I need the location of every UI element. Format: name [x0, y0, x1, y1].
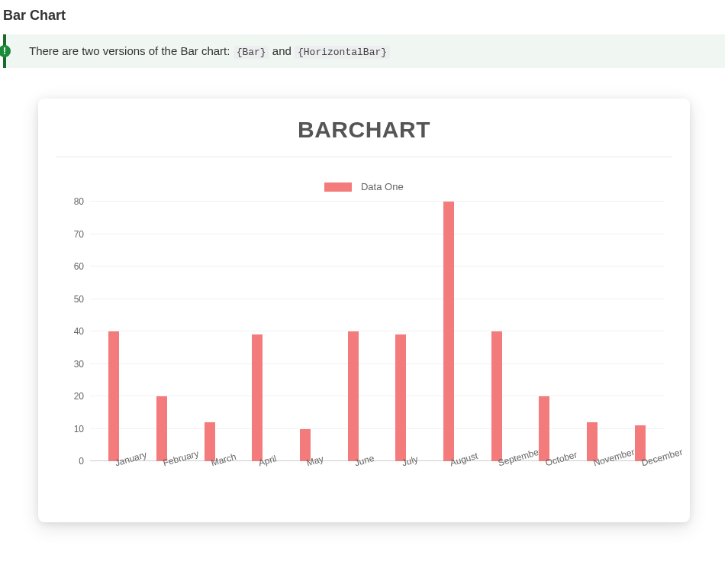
bar-column[interactable]: April [234, 334, 282, 461]
bar-column[interactable]: September [472, 331, 520, 461]
bar-column[interactable]: December [616, 425, 664, 461]
y-tick-label: 50 [56, 294, 84, 305]
bar[interactable] [205, 422, 215, 461]
chart-legend[interactable]: Data One [56, 157, 672, 199]
tip-joiner: and [272, 44, 292, 57]
y-tick-label: 40 [56, 326, 84, 337]
code-pill-hbar: {HorizontalBar} [295, 46, 390, 59]
bar[interactable] [539, 396, 549, 461]
bar[interactable] [156, 396, 167, 461]
y-tick-label: 70 [56, 229, 84, 240]
bar[interactable] [108, 331, 119, 461]
bar[interactable] [587, 422, 598, 461]
bar-column[interactable]: January [90, 331, 138, 461]
bar[interactable] [443, 202, 454, 461]
tip-text: There are two versions of the Bar chart: [29, 44, 230, 57]
bar[interactable] [348, 331, 359, 461]
y-tick-label: 60 [56, 261, 84, 272]
bar[interactable] [491, 331, 502, 461]
bar[interactable] [252, 334, 263, 461]
y-tick-label: 80 [56, 196, 84, 207]
bar-column[interactable]: March [185, 422, 234, 461]
bar[interactable] [395, 334, 406, 461]
y-tick-label: 30 [56, 359, 84, 370]
chart-bars: JanuaryFebruaryMarchAprilMayJuneJulyAugu… [90, 202, 664, 461]
bar-column[interactable]: October [520, 396, 569, 461]
bar-column[interactable]: February [138, 396, 186, 461]
info-tip: ! There are two versions of the Bar char… [3, 34, 725, 68]
legend-swatch-icon [324, 182, 352, 192]
bar[interactable] [635, 425, 646, 461]
bar-column[interactable]: August [425, 202, 473, 461]
chart-card: BARCHART Data One 01020304050607080 Janu… [38, 99, 690, 522]
code-pill-bar: {Bar} [234, 46, 269, 59]
legend-label: Data One [361, 181, 404, 192]
y-tick-label: 0 [56, 456, 84, 467]
chart-plot-area[interactable]: 01020304050607080 JanuaryFebruaryMarchAp… [56, 202, 672, 461]
section-heading: Bar Chart [0, 0, 728, 34]
bar-column[interactable]: June [329, 331, 377, 461]
bar-column[interactable]: July [377, 334, 425, 461]
y-tick-label: 20 [56, 391, 84, 402]
y-tick-label: 10 [56, 424, 84, 434]
chart-title: BARCHART [56, 114, 672, 157]
bar-column[interactable]: November [569, 422, 617, 461]
info-icon: ! [0, 45, 11, 57]
bar-column[interactable]: May [282, 429, 330, 462]
x-tick-label: December [640, 447, 684, 469]
